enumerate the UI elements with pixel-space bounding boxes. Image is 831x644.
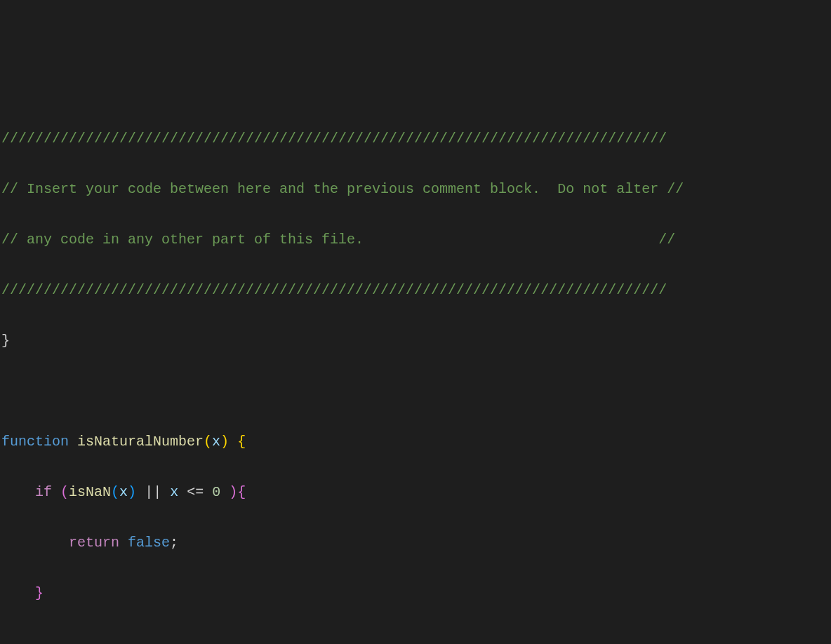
code-editor[interactable]: ////////////////////////////////////////… [0,101,831,644]
param-x: x [212,434,220,450]
code-line[interactable]: // Insert your code between here and the… [0,177,831,202]
function-keyword: function [1,434,69,450]
lte-operator: <= [187,484,204,500]
var-x: x [119,484,128,500]
code-line[interactable] [0,379,831,404]
code-line[interactable]: if (isNaN(x) || x <= 0 ){ [0,480,831,505]
false-keyword: false [128,535,170,551]
code-line[interactable]: ////////////////////////////////////////… [0,278,831,303]
code-line[interactable]: function isNaturalNumber(x) { [0,429,831,455]
var-x: x [170,484,178,500]
comment-text: // Insert your code between here and the… [1,181,684,197]
code-line[interactable]: return false; [0,530,831,556]
comment-text: // any code in any other part of this fi… [1,232,675,248]
function-name: isNaturalNumber [77,434,204,450]
code-line[interactable]: ////////////////////////////////////////… [0,126,831,152]
comment-divider: ////////////////////////////////////////… [1,130,667,147]
if-keyword: if [35,484,52,500]
close-brace: } [35,585,44,601]
return-keyword: return [69,535,119,551]
code-line[interactable] [0,631,831,644]
number-zero: 0 [212,484,220,500]
isnan-call: isNaN [69,484,111,500]
close-brace: } [1,333,10,349]
comment-divider: ////////////////////////////////////////… [1,282,667,298]
code-line[interactable]: // any code in any other part of this fi… [0,227,831,253]
code-line[interactable]: } [0,328,831,354]
code-line[interactable]: } [0,581,831,606]
or-operator: || [145,484,161,500]
